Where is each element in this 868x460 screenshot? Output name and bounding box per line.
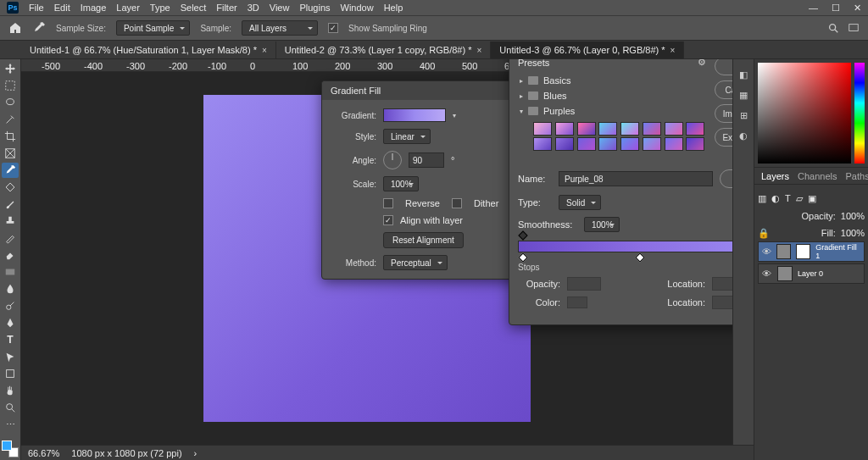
menu-select[interactable]: Select (181, 3, 207, 13)
preset-swatch[interactable] (665, 137, 683, 151)
filter-smart-icon[interactable]: ▣ (808, 193, 816, 204)
visibility-eye-icon[interactable]: 👁 (762, 269, 772, 279)
preset-swatch[interactable] (577, 137, 596, 151)
dither-checkbox[interactable] (452, 198, 462, 208)
angle-dial[interactable] (383, 151, 402, 169)
preset-swatch[interactable] (643, 122, 661, 136)
libraries-panel-icon[interactable]: ⊞ (737, 108, 750, 122)
preset-swatch[interactable] (577, 122, 596, 136)
style-dropdown[interactable]: Linear (383, 129, 431, 144)
pen-tool[interactable] (2, 315, 19, 330)
frame-tool[interactable] (2, 146, 19, 161)
shape-tool[interactable] (2, 366, 19, 381)
layer-item[interactable]: 👁Gradient Fill 1 (758, 241, 865, 262)
home-icon[interactable] (8, 21, 22, 35)
close-icon[interactable]: ✕ (854, 3, 861, 14)
align-checkbox[interactable] (383, 215, 393, 225)
preset-swatch[interactable] (533, 122, 552, 136)
lasso-tool[interactable] (2, 95, 19, 110)
crop-tool[interactable] (2, 129, 19, 144)
menu-plugins[interactable]: Plugins (299, 3, 330, 13)
blur-tool[interactable] (2, 281, 19, 297)
screenmode-icon[interactable] (848, 22, 860, 34)
fill-value[interactable]: 100% (841, 228, 865, 238)
sample-dropdown[interactable]: All Layers (242, 20, 318, 36)
menu-window[interactable]: Window (341, 3, 374, 13)
name-input[interactable] (559, 171, 713, 186)
type-dropdown[interactable]: Solid (559, 195, 601, 210)
reset-alignment-button[interactable]: Reset Alignment (383, 232, 464, 248)
tab-channels[interactable]: Channels (798, 171, 837, 181)
smoothness-dropdown[interactable]: 100% (584, 217, 620, 232)
menu-edit[interactable]: Edit (54, 3, 70, 13)
status-chevron-icon[interactable]: › (194, 448, 198, 458)
hand-tool[interactable] (2, 383, 19, 398)
show-sampling-ring-checkbox[interactable] (328, 23, 338, 33)
search-icon[interactable] (827, 22, 839, 34)
ok-button[interactable]: OK (715, 59, 732, 75)
filter-pixel-icon[interactable]: ▥ (758, 193, 766, 204)
opacity-value[interactable]: 100% (841, 211, 865, 221)
marquee-tool[interactable] (2, 78, 19, 93)
preset-swatch[interactable] (643, 137, 661, 151)
stamp-tool[interactable] (2, 213, 19, 229)
filter-adjust-icon[interactable]: ◐ (771, 193, 780, 204)
zoom-tool[interactable] (2, 400, 19, 415)
export-button[interactable]: Export... (715, 128, 732, 147)
swatches-panel-icon[interactable]: ▦ (737, 88, 750, 102)
history-brush-tool[interactable] (2, 230, 19, 246)
preset-swatch[interactable] (620, 122, 639, 136)
tab-close-icon[interactable]: × (670, 46, 676, 55)
preset-swatch[interactable] (598, 122, 617, 136)
menu-filter[interactable]: Filter (216, 3, 236, 13)
menu-3d[interactable]: 3D (248, 3, 259, 13)
canvas-area[interactable]: -500-400-300-200-1000100200300400500600 … (21, 59, 732, 460)
menu-image[interactable]: Image (81, 3, 107, 13)
color-picker-panel[interactable] (754, 59, 868, 168)
brush-tool[interactable] (2, 197, 19, 212)
scale-dropdown[interactable]: 100% (383, 176, 419, 191)
angle-input[interactable] (409, 152, 444, 168)
method-dropdown[interactable]: Perceptual (383, 255, 448, 270)
presets-gear-icon[interactable]: ⚙ (698, 59, 706, 68)
tab-close-icon[interactable]: × (262, 46, 267, 55)
dodge-tool[interactable] (2, 298, 19, 313)
preset-swatch[interactable] (533, 137, 552, 151)
gradient-tool[interactable] (2, 264, 19, 280)
menu-file[interactable]: File (29, 3, 44, 13)
gradient-bar[interactable] (518, 241, 732, 252)
sample-size-dropdown[interactable]: Point Sample (116, 20, 190, 36)
menu-view[interactable]: View (270, 3, 290, 13)
gradient-dropdown-arrow[interactable]: ▾ (453, 112, 456, 119)
menu-type[interactable]: Type (150, 3, 170, 13)
type-tool[interactable]: T (2, 332, 19, 347)
tools-more[interactable]: ⋯ (2, 417, 19, 432)
visibility-eye-icon[interactable]: 👁 (762, 247, 771, 257)
move-tool[interactable] (2, 61, 19, 76)
document-tab[interactable]: Untitled-2 @ 73.3% (Layer 1 copy, RGB/8#… (276, 42, 492, 58)
preset-folder[interactable]: ▾Purples (518, 103, 706, 119)
zoom-level[interactable]: 66.67% (28, 448, 59, 458)
filter-type-icon[interactable]: T (785, 193, 791, 204)
opacity-stop-left[interactable] (518, 230, 527, 240)
cancel-button[interactable]: Cancel (715, 80, 732, 99)
layer-item[interactable]: 👁Layer 0 (758, 263, 865, 284)
document-tab[interactable]: Untitled-3 @ 66.7% (Layer 0, RGB/8#) *× (491, 42, 684, 58)
preset-folder[interactable]: ▸Basics (518, 73, 706, 88)
preset-swatch[interactable] (665, 122, 683, 136)
eyedropper-tool[interactable] (2, 163, 19, 178)
gradient-preview[interactable] (383, 108, 446, 122)
gradient-fill-titlebar[interactable]: Gradient Fill (322, 81, 532, 100)
healing-tool[interactable] (2, 180, 19, 195)
minimize-icon[interactable]: — (809, 3, 818, 14)
wand-tool[interactable] (2, 112, 19, 127)
preset-swatch[interactable] (686, 122, 704, 136)
reverse-checkbox[interactable] (383, 198, 393, 208)
filter-shape-icon[interactable]: ▱ (796, 193, 803, 204)
tab-close-icon[interactable]: × (476, 46, 481, 55)
adjustments-panel-icon[interactable]: ◐ (737, 129, 750, 142)
preset-swatch[interactable] (620, 137, 639, 151)
color-panel-icon[interactable]: ◧ (737, 68, 750, 81)
menu-layer[interactable]: Layer (116, 3, 140, 13)
menu-help[interactable]: Help (384, 3, 403, 13)
